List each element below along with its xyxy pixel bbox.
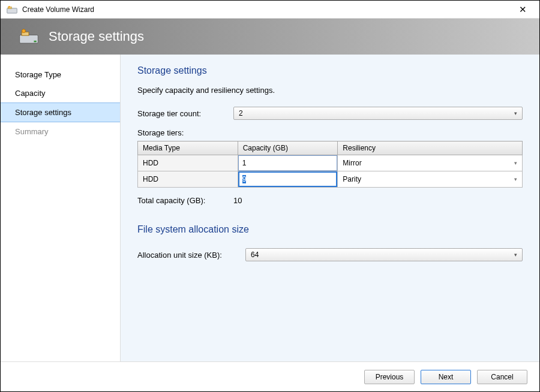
cell-capacity <box>238 155 338 171</box>
tiers-label: Storage tiers: <box>137 128 523 137</box>
svg-rect-0 <box>7 8 17 13</box>
sidebar-item-storage-settings[interactable]: Storage settings <box>1 102 120 122</box>
wizard-body: Storage Type Capacity Storage settings S… <box>1 55 539 361</box>
header-media-type[interactable]: Media Type <box>138 141 238 155</box>
chevron-down-icon: ▾ <box>514 110 517 116</box>
allocation-row: Allocation unit size (KB): 64 ▾ <box>137 248 523 261</box>
total-capacity-value: 10 <box>233 196 242 205</box>
sidebar-item-summary[interactable]: Summary <box>1 122 120 141</box>
sidebar-item-storage-type[interactable]: Storage Type <box>1 65 120 84</box>
window-title: Create Volume Wizard <box>22 5 511 14</box>
svg-point-5 <box>22 29 26 33</box>
resiliency-dropdown-0[interactable]: Mirror ▾ <box>338 155 522 171</box>
chevron-down-icon: ▾ <box>514 252 517 258</box>
footer: Previous Next Cancel <box>1 361 539 391</box>
section-heading: Storage settings <box>137 65 523 76</box>
titlebar: Create Volume Wizard ✕ <box>1 1 539 19</box>
chevron-down-icon: ▾ <box>514 176 517 182</box>
cell-resiliency: Parity ▾ <box>338 171 523 188</box>
allocation-value: 64 <box>251 251 259 259</box>
storage-icon <box>19 29 39 44</box>
sidebar-item-capacity[interactable]: Capacity <box>1 84 120 102</box>
resiliency-dropdown-1[interactable]: Parity ▾ <box>338 171 522 187</box>
tier-count-label: Storage tier count: <box>137 109 233 118</box>
tier-count-value: 2 <box>239 109 243 117</box>
section-description: Specify capacity and resiliency settings… <box>137 86 523 95</box>
capacity-input-1[interactable] <box>238 171 338 187</box>
app-icon <box>7 5 17 14</box>
tier-count-row: Storage tier count: 2 ▾ <box>137 107 523 120</box>
table-row: HDD Mirror ▾ <box>138 155 523 171</box>
capacity-input-0[interactable] <box>238 155 338 171</box>
table-header-row: Media Type Capacity (GB) Resiliency <box>138 141 523 155</box>
total-capacity-label: Total capacity (GB): <box>137 196 233 205</box>
table-row: HDD Parity ▾ <box>138 171 523 188</box>
cancel-button[interactable]: Cancel <box>477 370 527 384</box>
allocation-label: Allocation unit size (KB): <box>137 251 245 260</box>
header-capacity[interactable]: Capacity (GB) <box>238 141 338 155</box>
cell-media-type: HDD <box>138 171 238 188</box>
banner: Storage settings <box>1 19 539 55</box>
cell-capacity <box>238 171 338 188</box>
tier-count-dropdown[interactable]: 2 ▾ <box>233 107 523 120</box>
sidebar: Storage Type Capacity Storage settings S… <box>1 55 121 361</box>
fs-section-heading: File system allocation size <box>137 224 523 235</box>
total-capacity-row: Total capacity (GB): 10 <box>137 196 523 205</box>
chevron-down-icon: ▾ <box>514 160 517 166</box>
storage-tiers-table: Media Type Capacity (GB) Resiliency HDD … <box>137 141 523 188</box>
allocation-dropdown[interactable]: 64 ▾ <box>245 248 523 261</box>
svg-rect-6 <box>34 41 37 43</box>
next-button[interactable]: Next <box>421 370 471 384</box>
header-resiliency[interactable]: Resiliency <box>338 141 523 155</box>
banner-title: Storage settings <box>49 29 144 44</box>
close-icon[interactable]: ✕ <box>511 1 535 18</box>
main-panel: Storage settings Specify capacity and re… <box>121 55 539 361</box>
previous-button[interactable]: Previous <box>364 370 415 384</box>
cell-media-type: HDD <box>138 155 238 171</box>
svg-point-2 <box>8 5 10 7</box>
cell-resiliency: Mirror ▾ <box>338 155 523 171</box>
